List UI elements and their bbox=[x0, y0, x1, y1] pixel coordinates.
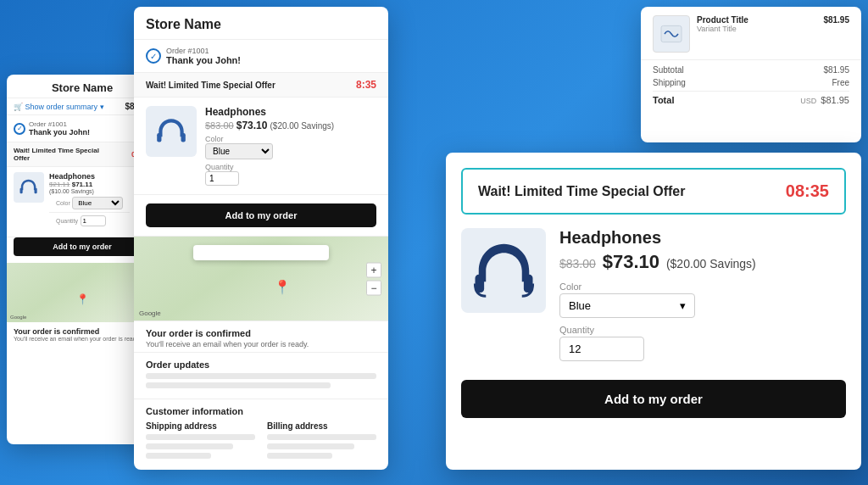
small-old-price: $21.11 bbox=[49, 181, 70, 188]
small-add-button[interactable]: Add to my order bbox=[14, 237, 151, 256]
medium-timer: 8:35 bbox=[356, 79, 376, 91]
medium-new-price: $73.10 bbox=[236, 120, 268, 131]
medium-map-controls: + − bbox=[366, 262, 381, 295]
large-add-button[interactable]: Add to my order bbox=[461, 380, 846, 418]
svg-rect-0 bbox=[20, 188, 23, 193]
medium-billing-line-1 bbox=[267, 434, 376, 440]
medium-shipping-col: Shipping address bbox=[146, 421, 255, 462]
top-right-subtotal-row: Subtotal $81.95 bbox=[653, 65, 849, 75]
medium-store-name: Store Name bbox=[146, 17, 376, 32]
medium-customer-cols-2: Shipping method Payment method bbox=[146, 469, 376, 470]
medium-shipping-line-1 bbox=[146, 434, 255, 440]
large-timer: 08:35 bbox=[786, 181, 829, 201]
medium-billing-label: Billing address bbox=[267, 421, 376, 431]
large-product-section: Headphones $83.00 $73.10 ($20.00 Savings… bbox=[448, 215, 860, 370]
medium-color-label: Color bbox=[205, 135, 334, 143]
medium-shipping-method-col: Shipping method bbox=[146, 469, 255, 470]
medium-customer-section: Customer information Shipping address Bi… bbox=[134, 399, 388, 470]
small-confirmed-desc: You'll receive an email when your order … bbox=[14, 336, 151, 342]
medium-qty-input[interactable] bbox=[205, 171, 239, 186]
top-right-currency: USD bbox=[800, 97, 816, 105]
medium-thank-you: Thank you John! bbox=[166, 55, 241, 65]
small-product-name: Headphones bbox=[49, 172, 130, 181]
medium-add-button[interactable]: Add to my order bbox=[146, 203, 376, 227]
large-color-value: Blue bbox=[569, 299, 591, 312]
top-right-variant: Variant Title bbox=[697, 25, 748, 33]
medium-order-number: Order #1001 bbox=[166, 47, 241, 55]
medium-shipping-line-2 bbox=[146, 443, 233, 449]
medium-billing-line-3 bbox=[267, 453, 332, 459]
small-check-icon bbox=[14, 123, 25, 135]
medium-confirmed-section: Your order is confirmed You'll receive a… bbox=[134, 321, 388, 353]
medium-map-pin: 📍 bbox=[274, 279, 291, 295]
medium-update-line-1 bbox=[146, 373, 376, 379]
medium-product-section: Headphones $83.00 $73.10 ($20.00 Savings… bbox=[134, 98, 388, 195]
small-new-price: $71.11 bbox=[72, 181, 92, 188]
svg-rect-3 bbox=[181, 133, 186, 142]
large-add-btn-row: Add to my order bbox=[448, 370, 860, 432]
top-right-product-price: $81.95 bbox=[823, 15, 849, 53]
top-right-total-row: Total USD $81.95 bbox=[653, 91, 849, 105]
small-color-row: Color Blue bbox=[49, 194, 130, 213]
large-upsell-text: Wait! Limited Time Special Offer bbox=[478, 184, 686, 199]
medium-payment-col: Payment method bbox=[267, 469, 376, 470]
top-right-shipping-row: Shipping Free bbox=[653, 78, 849, 87]
medium-price-line: $83.00 $73.10 ($20.00 Savings) bbox=[205, 120, 334, 131]
large-color-label: Color bbox=[559, 282, 756, 292]
large-qty-group: Quantity 12 bbox=[559, 325, 756, 361]
top-right-subtotal-value: $81.95 bbox=[823, 65, 849, 75]
medium-confirmed-title: Your order is confirmed bbox=[146, 328, 376, 338]
medium-card: Store Name Order #1001 Thank you John! W… bbox=[134, 7, 388, 470]
top-right-subtotal-label: Subtotal bbox=[653, 65, 684, 75]
small-store-name: Store Name bbox=[14, 81, 151, 94]
large-headphone-image bbox=[461, 228, 546, 313]
top-right-product-row: Product Title Variant Title $81.95 bbox=[641, 7, 861, 60]
small-order-summary-link[interactable]: 🛒 Show order summary ▾ bbox=[14, 103, 104, 111]
large-color-select[interactable]: Blue ▾ bbox=[559, 293, 695, 318]
medium-qty-row: Quantity bbox=[205, 163, 334, 186]
medium-shipping-method-label: Shipping method bbox=[146, 469, 255, 470]
small-savings: ($10.00 Savings) bbox=[49, 188, 130, 194]
top-right-total-value: USD $81.95 bbox=[800, 95, 849, 105]
svg-rect-1 bbox=[35, 188, 37, 193]
large-color-chevron-icon: ▾ bbox=[680, 299, 686, 312]
medium-shipping-line-3 bbox=[146, 453, 211, 459]
medium-google-label: Google bbox=[139, 309, 161, 317]
top-right-shipping-value: Free bbox=[832, 78, 849, 87]
small-map-pin: 📍 bbox=[76, 293, 89, 305]
medium-confirmed-desc: You'll receive an email when your order … bbox=[146, 340, 376, 348]
small-qty-row: Quantity bbox=[49, 213, 130, 231]
medium-shipping-label: Shipping address bbox=[146, 421, 255, 431]
small-color-select[interactable]: Blue bbox=[72, 197, 123, 209]
medium-updates-section: Order updates bbox=[134, 353, 388, 399]
medium-upsell-banner: Wait! Limited Time Special Offer 8:35 bbox=[134, 73, 388, 98]
small-qty-input[interactable] bbox=[81, 215, 106, 226]
top-right-total-amount: $81.95 bbox=[821, 95, 849, 105]
medium-customer-cols: Shipping address Billing address bbox=[146, 421, 376, 462]
small-order-number: Order #1001 bbox=[29, 120, 90, 128]
medium-map-search-bar bbox=[193, 245, 329, 260]
medium-add-btn-row: Add to my order bbox=[134, 195, 388, 237]
large-qty-box: 12 bbox=[559, 337, 644, 361]
medium-headphone-image bbox=[146, 106, 197, 157]
medium-order-confirm: Order #1001 Thank you John! bbox=[134, 40, 388, 73]
small-google-label: Google bbox=[10, 315, 26, 320]
medium-color-select[interactable]: Blue bbox=[205, 143, 273, 159]
medium-map-zoom-in[interactable]: + bbox=[366, 262, 381, 277]
large-new-price: $73.10 bbox=[603, 251, 659, 272]
top-right-product-title: Product Title bbox=[697, 15, 748, 25]
large-prod-info: Headphones $83.00 $73.10 ($20.00 Savings… bbox=[559, 228, 756, 361]
top-right-summary-rows: Subtotal $81.95 Shipping Free Total USD … bbox=[641, 60, 861, 114]
small-thank-you: Thank you John! bbox=[29, 128, 90, 137]
medium-update-line-2 bbox=[146, 382, 331, 388]
medium-billing-col: Billing address bbox=[267, 421, 376, 462]
medium-old-price: $83.00 bbox=[205, 120, 234, 131]
medium-map-zoom-out[interactable]: − bbox=[366, 280, 381, 295]
medium-qty-label: Quantity bbox=[205, 163, 334, 171]
small-headphone-image bbox=[14, 172, 44, 203]
top-right-total-label: Total bbox=[653, 95, 674, 105]
medium-product-name: Headphones bbox=[205, 106, 334, 118]
medium-updates-title: Order updates bbox=[146, 360, 376, 370]
small-upsell-text: Wait! Limited Time Special Offer bbox=[14, 147, 107, 162]
large-qty-label: Quantity bbox=[559, 325, 756, 335]
